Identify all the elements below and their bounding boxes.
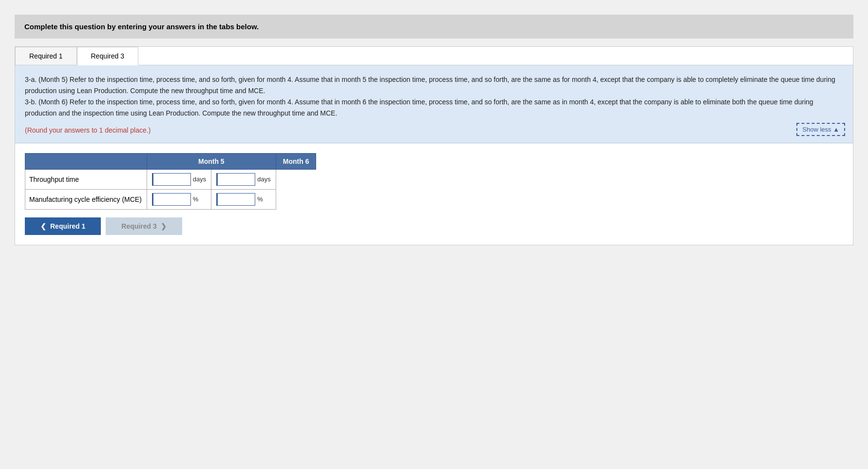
row1-month5-input-cell: days bbox=[147, 169, 211, 189]
nav-buttons: ❮ Required 1 Required 3 ❯ bbox=[25, 217, 843, 235]
show-less-button[interactable]: Show less ▲ bbox=[796, 123, 845, 136]
prev-button[interactable]: ❮ Required 1 bbox=[25, 217, 101, 235]
tabs-row: Required 1 Required 3 bbox=[15, 47, 853, 65]
row2-label: Manufacturing cycle efficiency (MCE) bbox=[25, 189, 147, 209]
row2-month5-input-cell: % bbox=[147, 189, 211, 209]
table-row: Throughput time days days bbox=[25, 169, 316, 189]
row2-month5-input-group: % bbox=[152, 193, 206, 206]
next-button[interactable]: Required 3 ❯ bbox=[106, 217, 182, 235]
row1-month5-input[interactable] bbox=[152, 173, 191, 186]
row2-month5-input[interactable] bbox=[152, 193, 191, 206]
row1-month5-unit: days bbox=[193, 176, 206, 183]
row1-month6-input-group: days bbox=[216, 173, 270, 186]
table-section: Month 5 Month 6 Throughput time days bbox=[15, 143, 853, 245]
row2-month6-input-cell: % bbox=[211, 189, 276, 209]
row2-month6-input-group: % bbox=[216, 193, 270, 206]
row1-month6-unit: days bbox=[257, 176, 270, 183]
prev-label: Required 1 bbox=[50, 222, 85, 230]
tabs-area: Required 1 Required 3 3-a. (Month 5) Ref… bbox=[15, 46, 853, 245]
round-note: (Round your answers to 1 decimal place.) bbox=[25, 125, 843, 136]
table-row: Manufacturing cycle efficiency (MCE) % % bbox=[25, 189, 316, 209]
row2-month5-unit: % bbox=[193, 195, 199, 203]
next-label: Required 3 bbox=[121, 222, 156, 230]
header-month5: Month 5 bbox=[147, 153, 276, 169]
outer-container: Complete this question by entering your … bbox=[10, 10, 858, 250]
prev-chevron: ❮ bbox=[40, 222, 46, 230]
header-empty bbox=[25, 153, 147, 169]
row1-month6-input-cell: days bbox=[211, 169, 276, 189]
data-table: Month 5 Month 6 Throughput time days bbox=[25, 153, 316, 210]
row2-month6-unit: % bbox=[257, 195, 263, 203]
next-chevron: ❯ bbox=[161, 222, 167, 230]
row2-month6-input[interactable] bbox=[216, 193, 255, 206]
tab-required1[interactable]: Required 1 bbox=[15, 47, 77, 65]
header-bar: Complete this question by entering your … bbox=[15, 15, 853, 39]
instruction-text: Complete this question by entering your … bbox=[24, 22, 259, 31]
content-paragraph: 3-a. (Month 5) Refer to the inspection t… bbox=[25, 74, 843, 119]
header-month6: Month 6 bbox=[276, 153, 316, 169]
tab-required3[interactable]: Required 3 bbox=[77, 47, 139, 65]
row1-month6-input[interactable] bbox=[216, 173, 255, 186]
row1-month5-input-group: days bbox=[152, 173, 206, 186]
content-area: 3-a. (Month 5) Refer to the inspection t… bbox=[15, 65, 853, 143]
row1-label: Throughput time bbox=[25, 169, 147, 189]
